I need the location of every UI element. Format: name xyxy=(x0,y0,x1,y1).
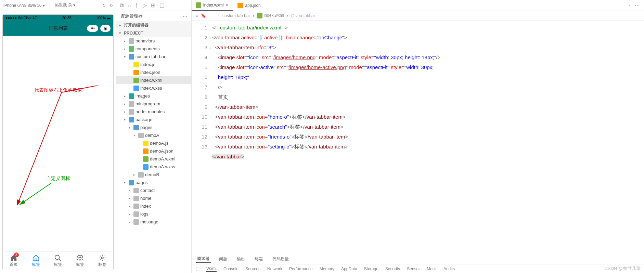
list-icon[interactable]: ≡ xyxy=(196,13,198,18)
menu-button[interactable]: ••• xyxy=(87,25,98,32)
file-label: behaviors xyxy=(136,38,155,43)
section-project[interactable]: ▾PROJECT xyxy=(116,29,191,37)
devtool-tab-Console[interactable]: Console xyxy=(223,266,239,271)
crumb-symbol[interactable]: ⬡ van-tabbar xyxy=(291,13,315,18)
tree-item-package[interactable]: ▾package xyxy=(116,116,191,124)
branch-icon[interactable]: ᚶ xyxy=(135,2,139,9)
docker-icon[interactable]: ◫ xyxy=(159,2,165,9)
tree-item-behaviors[interactable]: ▸behaviors xyxy=(116,37,191,45)
devtool-tab-Network[interactable]: Network xyxy=(267,266,282,271)
tree-item-demoA.wxss[interactable]: demoA.wxss xyxy=(116,163,191,171)
tree-item-index.wxml[interactable]: index.wxml xyxy=(116,76,191,84)
devtool-tab-Audits[interactable]: Audits xyxy=(443,266,455,271)
file-label: index xyxy=(140,204,151,209)
tree-item-demoA.json[interactable]: demoA.json xyxy=(116,147,191,155)
tab-icon xyxy=(32,254,40,262)
file-icon xyxy=(129,109,134,115)
tree-item-pages[interactable]: ▾pages xyxy=(116,179,191,186)
devtool-tab-Wxml[interactable]: Wxml xyxy=(206,266,217,272)
svg-point-2 xyxy=(78,256,80,258)
close-tab-icon[interactable]: ✕ xyxy=(226,3,229,8)
bookmark-icon[interactable]: 🔖 xyxy=(201,13,206,18)
code-content[interactable]: <!--custom-tab-bar/index.wxml--><van-tab… xyxy=(212,21,440,254)
file-icon xyxy=(129,54,134,60)
nav-fwd-icon[interactable]: → xyxy=(216,13,220,18)
tree-item-index[interactable]: ▸index xyxy=(116,202,191,210)
file-icon xyxy=(133,188,139,193)
file-label: custom-tab-bar xyxy=(136,54,165,59)
crumb-file[interactable]: index.wxml xyxy=(264,13,284,18)
more-editor-icon[interactable]: ⋯ xyxy=(634,2,640,9)
tree-item-logs[interactable]: ▸logs xyxy=(116,210,191,218)
editor-tabs: index.wxml✕app.json ⫞ ⋯ xyxy=(192,0,644,11)
tree-item-custom-tab-bar[interactable]: ▾custom-tab-bar xyxy=(116,53,191,61)
line-gutter: 12⌄3⌄45678910111213 xyxy=(192,21,212,254)
devtool-tab-Sources[interactable]: Sources xyxy=(245,266,260,271)
editor-tab-index.wxml[interactable]: index.wxml✕ xyxy=(192,0,233,11)
file-label: pages xyxy=(140,125,152,130)
panel-tab-0[interactable]: 调试器 xyxy=(196,255,211,263)
devtool-tab-Security[interactable]: Security xyxy=(385,266,400,271)
file-icon xyxy=(129,101,134,107)
tree-item-contact[interactable]: ▸contact xyxy=(116,186,191,194)
tabbar-item-4[interactable]: 标签 xyxy=(91,252,113,270)
devtools-tabs: ⬚ WxmlConsoleSourcesNetworkPerformanceMe… xyxy=(192,264,644,273)
tabbar-item-3[interactable]: 标签 xyxy=(69,252,91,270)
extensions-icon[interactable]: ⊞ xyxy=(151,2,155,9)
tree-item-index.json[interactable]: index.json xyxy=(116,68,191,76)
tree-item-demoA.js[interactable]: demoA.js xyxy=(116,139,191,147)
device-select[interactable]: iPhone 6/7/8 85% 16 ▾ xyxy=(3,3,45,8)
debug-icon[interactable]: ▷ xyxy=(143,2,147,9)
file-label: contact xyxy=(140,188,155,193)
file-label: pages xyxy=(136,180,147,185)
crumb-folder[interactable]: custom-tab-bar xyxy=(222,13,250,18)
tabbar-item-0[interactable]: 首页3 xyxy=(3,252,25,270)
file-icon xyxy=(133,70,139,75)
copy-icon[interactable]: ⧉ xyxy=(120,2,124,9)
file-label: logs xyxy=(140,211,149,217)
section-open-editors[interactable]: ▸打开的编辑器 xyxy=(116,21,191,29)
more-icon[interactable]: ⋯ xyxy=(183,14,187,19)
file-icon xyxy=(133,196,139,201)
close-button[interactable]: ◉ xyxy=(100,25,111,32)
file-icon xyxy=(133,62,139,67)
inspect-icon[interactable]: ⬚ xyxy=(196,266,199,271)
back-icon[interactable]: ⟲ xyxy=(109,3,113,8)
tabbar-item-1[interactable]: 标签 xyxy=(25,252,47,270)
tab-icon xyxy=(54,254,62,262)
tree-item-node_modules[interactable]: ▸node_modules xyxy=(116,108,191,116)
devtool-tab-Sensor[interactable]: Sensor xyxy=(407,266,420,271)
tree-item-pages[interactable]: ▾pages xyxy=(116,124,191,131)
devtool-tab-AppData[interactable]: AppData xyxy=(341,266,357,271)
panel-tab-1[interactable]: 问题 xyxy=(218,256,229,263)
tree-item-demoA.wxml[interactable]: demoA.wxml xyxy=(116,155,191,163)
file-icon xyxy=(138,172,144,178)
devtool-tab-Storage[interactable]: Storage xyxy=(364,266,378,271)
devtool-tab-Performance[interactable]: Performance xyxy=(289,266,313,271)
split-icon[interactable]: ⫞ xyxy=(628,2,631,9)
nav-back-icon[interactable]: ← xyxy=(209,13,213,18)
wxml-icon xyxy=(257,13,262,18)
tree-item-miniprogram[interactable]: ▸miniprogram xyxy=(116,100,191,108)
tree-item-index.js[interactable]: index.js xyxy=(116,61,191,68)
panel-tab-3[interactable]: 终端 xyxy=(253,256,264,263)
tree-item-home[interactable]: ▸home xyxy=(116,194,191,202)
search-icon[interactable]: ⌕ xyxy=(128,2,131,9)
panel-tab-4[interactable]: 代码质量 xyxy=(271,256,290,263)
editor-tab-app.json[interactable]: app.json xyxy=(233,0,267,11)
tree-item-components[interactable]: ▸components xyxy=(116,45,191,53)
tree-item-demoB[interactable]: ▸demoB xyxy=(116,171,191,179)
tree-item-images[interactable]: ▸images xyxy=(116,92,191,100)
file-label: demoB xyxy=(145,172,159,177)
tree-item-demoA[interactable]: ▾demoA xyxy=(116,131,191,139)
breadcrumb[interactable]: ≡ 🔖 ← → custom-tab-bar › index.wxml › ⬡ … xyxy=(192,11,644,21)
tree-item-message[interactable]: ▸message xyxy=(116,218,191,226)
code-editor[interactable]: 12⌄3⌄45678910111213 <!--custom-tab-bar/i… xyxy=(192,21,644,254)
devtool-tab-Memory[interactable]: Memory xyxy=(320,266,334,271)
devtool-tab-Mock[interactable]: Mock xyxy=(427,266,437,271)
tree-item-index.wxss[interactable]: index.wxss xyxy=(116,84,191,92)
tabbar-item-2[interactable]: 标签 xyxy=(47,252,69,270)
refresh-icon[interactable]: ↻ xyxy=(102,3,106,8)
hot-reload-toggle[interactable]: 热重载 关 ▾ xyxy=(55,2,76,8)
panel-tab-2[interactable]: 输出 xyxy=(235,256,246,263)
